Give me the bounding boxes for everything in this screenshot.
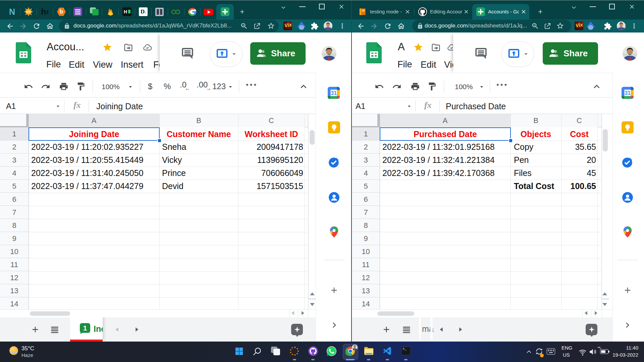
svg-text:</>: </>: [26, 10, 31, 14]
